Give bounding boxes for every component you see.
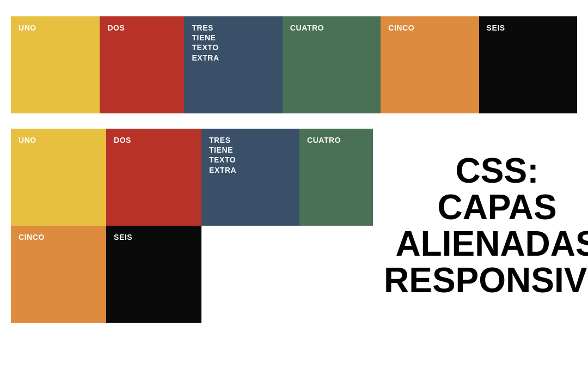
row1-cell-cuatro: CUATRO	[283, 16, 381, 113]
row2-label-tres: TRESTIENETEXTOEXTRA	[209, 135, 236, 175]
row1-cell-seis: SEIS	[479, 16, 577, 113]
row2-label-seis: SEIS	[114, 232, 132, 242]
row1-label-cinco: CINCO	[388, 23, 414, 33]
row1-cell-tres: TRESTIENETEXTOEXTRA	[184, 16, 282, 113]
row2-cell-tres: TRESTIENETEXTOEXTRA	[201, 129, 299, 226]
row2-cell-seis: SEIS	[106, 226, 201, 323]
row2-label-cuatro: CUATRO	[307, 135, 341, 145]
row2-grid: UNO DOS TRESTIENETEXTOEXTRA CUATRO CINCO…	[11, 129, 373, 323]
title-block: CSS: CAPAS ALIENADAS RESPONSIVE	[373, 129, 588, 323]
row1-section: UNO DOS TRESTIENETEXTOEXTRA CUATRO CINCO…	[11, 16, 577, 113]
row2-cell-cuatro: CUATRO	[299, 129, 373, 226]
row1-label-cuatro: CUATRO	[290, 23, 324, 33]
row2-label-uno: UNO	[19, 135, 36, 145]
row1-cell-cinco: CINCO	[381, 16, 479, 113]
title-line4: RESPONSIVE	[384, 261, 588, 300]
row2-cell-dos: DOS	[106, 129, 201, 226]
row2-section: UNO DOS TRESTIENETEXTOEXTRA CUATRO CINCO…	[11, 129, 577, 323]
row2-label-dos: DOS	[114, 135, 131, 145]
row2-label-cinco: CINCO	[19, 232, 45, 242]
row1-grid: UNO DOS TRESTIENETEXTOEXTRA CUATRO CINCO…	[11, 16, 577, 113]
row1-label-uno: UNO	[19, 23, 36, 33]
title-line3: ALIENADAS	[395, 224, 588, 263]
row1-cell-dos: DOS	[100, 16, 184, 113]
row2-cell-uno: UNO	[11, 129, 106, 226]
row1-label-seis: SEIS	[487, 23, 505, 33]
title-line2: CAPAS	[437, 188, 556, 227]
row1-label-dos: DOS	[107, 23, 125, 33]
main-title: CSS: CAPAS ALIENADAS RESPONSIVE	[384, 153, 588, 299]
row1-cell-uno: UNO	[11, 16, 100, 113]
title-line1: CSS:	[456, 151, 539, 190]
row1-label-tres: TRESTIENETEXTOEXTRA	[192, 23, 219, 63]
row2-cell-cinco: CINCO	[11, 226, 106, 323]
